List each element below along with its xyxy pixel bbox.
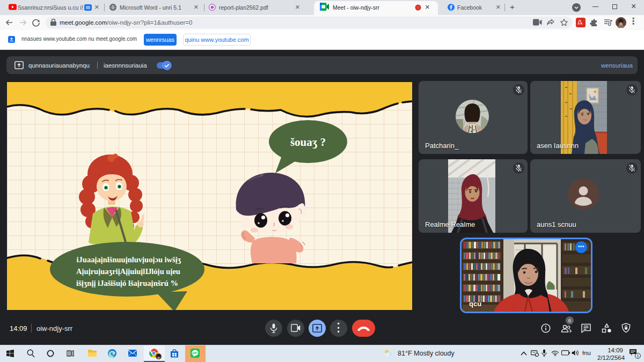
svg-text:šouaʒ ?: šouaʒ ? <box>290 136 326 149</box>
svg-text:AįuįruįuaʒriįAįįuiuįlĲlóįu uį: AįuįruįuaʒriįAįįuiuįlĲlóįu uįeu <box>76 267 180 276</box>
svg-text:iJuaaįaįnlšnuuįnluvįuoįɔu iwšį: iJuaaįaįnlšnuuįnluvįuoįɔu iwšįʒ <box>77 255 181 264</box>
svg-text:išįʒnįį iJašišuįó lšaįruaįnšr: išįʒnįį iJašišuįó lšaįruaįnšrú % <box>76 279 178 287</box>
